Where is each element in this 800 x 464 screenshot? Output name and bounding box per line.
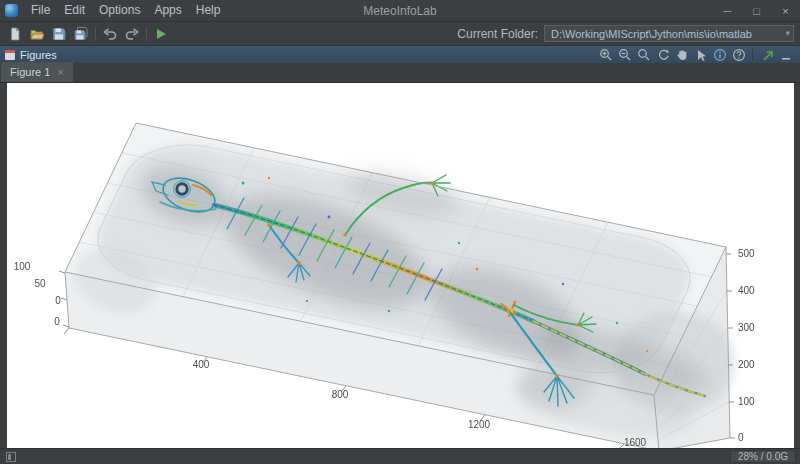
right-tick-label: 0 (738, 432, 744, 443)
maximize-icon: □ (753, 5, 760, 17)
pan-hand-icon (675, 48, 689, 62)
new-file-icon (7, 26, 23, 42)
rotate-button[interactable] (654, 47, 671, 62)
left-tick-label: 100 (14, 261, 31, 272)
left-tick-label: 0 (55, 295, 61, 306)
new-file-button[interactable] (4, 24, 26, 44)
figures-panel-title: Figures (20, 49, 57, 61)
right-axis-labels: 0 100 200 300 400 500 (738, 248, 755, 443)
toolbar-separator (95, 27, 96, 41)
help-icon (732, 48, 746, 62)
menu-edit[interactable]: Edit (57, 0, 92, 21)
x-tick-label: 1200 (468, 419, 491, 430)
undo-icon (102, 26, 118, 42)
info-icon (713, 48, 727, 62)
menu-options[interactable]: Options (92, 0, 147, 21)
rotate-icon (656, 48, 670, 62)
x-tick-label: 800 (332, 389, 349, 400)
select-arrow-icon (694, 48, 708, 62)
redo-button[interactable] (121, 24, 143, 44)
save-icon (51, 26, 67, 42)
float-panel-button[interactable] (758, 47, 775, 62)
minimize-panel-icon (779, 48, 793, 62)
right-tick-label: 200 (738, 359, 755, 370)
open-folder-icon (29, 26, 45, 42)
run-button[interactable] (150, 24, 172, 44)
maximize-button[interactable]: □ (742, 0, 771, 21)
x-tick-label: 400 (193, 359, 210, 370)
minimize-button[interactable]: ─ (713, 0, 742, 21)
close-icon: × (782, 5, 788, 17)
close-button[interactable]: × (771, 0, 800, 21)
statusbar: 28% / 0.0G (0, 448, 800, 464)
main-toolbar: Current Folder: D:\Working\MIScript\Jyth… (0, 22, 800, 46)
x-tick-label: 0 (54, 316, 60, 327)
tab-close-icon[interactable]: × (57, 67, 63, 78)
select-button[interactable] (692, 47, 709, 62)
pan-button[interactable] (673, 47, 690, 62)
menu-help[interactable]: Help (189, 0, 228, 21)
figure-tabbar: Figure 1 × (0, 63, 800, 83)
zoom-free-button[interactable] (635, 47, 652, 62)
toolwindow-toggle-icon[interactable] (6, 452, 16, 462)
right-tick-label: 100 (738, 396, 755, 407)
current-folder-input[interactable]: D:\Working\MIScript\Jython\mis\io\matlab… (544, 25, 794, 42)
tab-figure-1[interactable]: Figure 1 × (1, 62, 73, 82)
figure-content-area: 0 400 800 1200 1600 100 50 0 0 100 200 3… (0, 83, 800, 448)
open-folder-button[interactable] (26, 24, 48, 44)
zoom-free-icon (637, 48, 651, 62)
zoom-out-button[interactable] (616, 47, 633, 62)
zoom-out-icon (618, 48, 632, 62)
left-tick-label: 50 (34, 278, 46, 289)
tab-label: Figure 1 (10, 66, 50, 78)
right-tick-label: 400 (738, 285, 755, 296)
toolbar-separator (146, 27, 147, 41)
minimize-icon: ─ (724, 5, 732, 17)
x-tick-label: 1600 (624, 437, 647, 448)
right-tick-label: 300 (738, 322, 755, 333)
folder-dropdown-icon[interactable]: ▾ (785, 28, 790, 38)
save-button[interactable] (48, 24, 70, 44)
menu-file[interactable]: File (24, 0, 57, 21)
titlebar: File Edit Options Apps Help MeteoInfoLab… (0, 0, 800, 22)
right-tick-label: 500 (738, 248, 755, 259)
main-window: File Edit Options Apps Help MeteoInfoLab… (0, 0, 800, 464)
redo-icon (124, 26, 140, 42)
memory-indicator[interactable]: 28% / 0.0G (730, 450, 796, 463)
run-icon (153, 26, 169, 42)
undo-button[interactable] (99, 24, 121, 44)
save-all-button[interactable] (70, 24, 92, 44)
left-axis-labels: 100 50 0 (14, 261, 62, 306)
figures-panel-header: Figures (0, 46, 800, 63)
menu-bar: File Edit Options Apps Help (24, 0, 227, 21)
current-folder-path: D:\Working\MIScript\Jython\mis\io\matlab (551, 28, 752, 40)
figures-header-separator (752, 49, 753, 60)
zoom-in-icon (599, 48, 613, 62)
float-icon (760, 48, 774, 62)
help-button[interactable] (730, 47, 747, 62)
zoom-in-button[interactable] (597, 47, 614, 62)
figure-3d-plot[interactable]: 0 400 800 1200 1600 100 50 0 0 100 200 3… (7, 83, 794, 448)
menu-apps[interactable]: Apps (147, 0, 188, 21)
window-controls: ─ □ × (713, 0, 800, 21)
current-folder-label: Current Folder: (457, 27, 538, 41)
save-all-icon (73, 26, 89, 42)
info-button[interactable] (711, 47, 728, 62)
figures-panel-icon (5, 50, 15, 60)
minimize-panel-button[interactable] (777, 47, 794, 62)
